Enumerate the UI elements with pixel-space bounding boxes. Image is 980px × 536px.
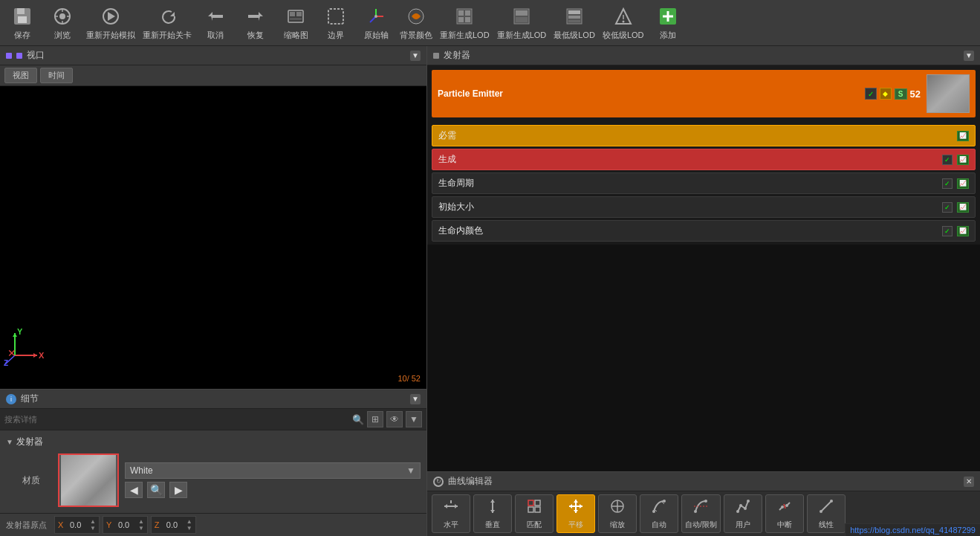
boundary-button[interactable]: 边界 (317, 1, 355, 45)
section-required-graph[interactable]: 📈 (957, 131, 969, 141)
detail-header: i 细节 ▼ (0, 390, 426, 409)
curve-horizontal-icon (443, 498, 459, 518)
add-icon (656, 4, 680, 28)
curve-match-button[interactable]: 匹配 (515, 494, 554, 533)
svg-text:✕: ✕ (7, 347, 16, 359)
svg-rect-32 (568, 20, 580, 22)
section-lifecycle[interactable]: 生命周期 ✓ 📈 (432, 172, 976, 194)
section-life-color[interactable]: 生命内颜色 ✓ 📈 (432, 220, 976, 242)
coord-x-arrows[interactable]: ▲▼ (90, 518, 96, 532)
section-lifecycle-check[interactable]: ✓ (942, 178, 953, 189)
curve-auto-button[interactable]: 自动 (640, 494, 678, 533)
svg-point-77 (744, 507, 747, 510)
emitter-options-icon[interactable]: ▼ (964, 51, 974, 61)
curve-editor-close-icon[interactable]: ✕ (964, 477, 974, 487)
bg-color-icon (404, 4, 428, 28)
svg-point-75 (736, 510, 739, 513)
section-generate-check[interactable]: ✓ (942, 155, 953, 165)
browse-icon (51, 4, 74, 28)
section-lifecycle-graph[interactable]: 📈 (957, 178, 969, 189)
material-dropdown[interactable]: White ▼ (125, 462, 421, 479)
material-search-button[interactable]: 🔍 (147, 482, 165, 498)
viewport-options-icon[interactable]: ▼ (410, 51, 421, 61)
emitter-section-header: ▼ 发射器 (0, 433, 426, 451)
thumbnail-button[interactable]: 缩略图 (276, 1, 315, 45)
restore-button[interactable]: 恢复 (236, 1, 275, 45)
coord-x-field: X 0.0 ▲▼ (54, 516, 100, 534)
min-lod-button[interactable]: 最低级LOD (551, 1, 598, 45)
detail-menu-button[interactable]: ▼ (406, 411, 422, 427)
svg-point-72 (694, 510, 697, 513)
curve-match-icon (526, 498, 542, 518)
regen-lod1-icon (452, 4, 476, 28)
section-initial-size-graph[interactable]: 📈 (957, 202, 969, 213)
bg-color-button[interactable]: 背景颜色 (397, 1, 435, 45)
card-name: Particle Emitter (438, 88, 859, 99)
viewport-panel-icon (6, 53, 12, 59)
detail-info-icon: i (6, 394, 16, 404)
restart-level-button[interactable]: 重新开始关卡 (140, 1, 195, 45)
svg-rect-22 (458, 10, 464, 16)
section-life-color-check[interactable]: ✓ (942, 226, 953, 236)
curve-editor-title: 曲线编辑器 (448, 475, 493, 488)
material-forward-button[interactable]: ▶ (169, 482, 187, 498)
add-button[interactable]: 添加 (649, 1, 687, 45)
eye-button[interactable]: 👁 (386, 411, 403, 427)
section-generate-graph[interactable]: 📈 (957, 155, 969, 165)
section-initial-size[interactable]: 初始大小 ✓ 📈 (432, 196, 976, 218)
material-row: 材质 White ▼ ◀ 🔍 ▶ (0, 451, 426, 510)
svg-marker-40 (33, 353, 37, 358)
coord-y-field: Y 0.0 ▲▼ (103, 516, 148, 534)
coord-z-field: Z 0.0 ▲▼ (151, 516, 196, 534)
curve-vertical-button[interactable]: 垂直 (473, 494, 512, 533)
curve-linear-button[interactable]: 线性 (807, 494, 846, 533)
curve-translate-button[interactable]: 平移 (556, 494, 595, 533)
section-generate[interactable]: 生成 ✓ 📈 (432, 149, 976, 170)
curve-editor-icon: ↻ (433, 477, 444, 487)
coord-y-arrows[interactable]: ▲▼ (138, 518, 144, 532)
tab-time[interactable]: 时间 (40, 68, 73, 83)
svg-point-78 (747, 500, 750, 503)
curve-linear-icon (818, 498, 834, 518)
material-back-button[interactable]: ◀ (125, 482, 143, 498)
detail-scroll: ▼ 发射器 材质 White ▼ (0, 430, 426, 513)
svg-line-81 (784, 504, 785, 508)
browse-button[interactable]: 浏览 (43, 1, 82, 45)
grid-view-button[interactable]: ⊞ (367, 411, 383, 427)
coord-z-arrows[interactable]: ▲▼ (186, 518, 192, 532)
origin-axis-button[interactable]: 原始轴 (357, 1, 395, 45)
section-required[interactable]: 必需 📈 (432, 125, 976, 146)
section-initial-size-check[interactable]: ✓ (942, 202, 953, 213)
curve-editor-header: ↻ 曲线编辑器 ✕ (427, 472, 980, 491)
curve-scale-button[interactable]: 缩放 (598, 494, 637, 533)
section-life-color-graph[interactable]: 📈 (957, 226, 969, 236)
svg-rect-56 (535, 500, 540, 506)
low-lod-button[interactable]: 较低级LOD (600, 1, 647, 45)
curve-break-button[interactable]: 中断 (765, 494, 804, 533)
left-panel: 视口 ▼ 视图 时间 X Y Z (0, 46, 427, 536)
curve-vertical-icon (484, 498, 501, 518)
detail-options-icon[interactable]: ▼ (410, 394, 421, 404)
tab-view[interactable]: 视图 (4, 68, 37, 83)
viewport-title: 视口 (27, 49, 45, 62)
toolbar: 保存 浏览 重新开始模拟 重新开始关卡 取消 恢复 (0, 0, 980, 46)
emitter-section-label: 发射器 (16, 436, 43, 448)
detail-title: 细节 (21, 393, 39, 405)
svg-marker-50 (455, 504, 458, 508)
cancel-button[interactable]: 取消 (196, 1, 235, 45)
restart-simulate-button[interactable]: 重新开始模拟 (83, 1, 138, 45)
card-checkboxes: ✓ ◆ S 52 (865, 88, 921, 100)
regen-lod1-button[interactable]: 重新生成LOD (437, 1, 493, 45)
card-checkbox1[interactable]: ✓ (865, 88, 877, 100)
regen-lod2-button[interactable]: 重新生成LOD (494, 1, 550, 45)
svg-rect-30 (568, 10, 580, 14)
svg-rect-15 (328, 9, 343, 24)
curve-horizontal-button[interactable]: 水平 (432, 494, 470, 533)
emitter-header-title: 发射器 (444, 49, 470, 62)
search-input[interactable] (4, 415, 349, 424)
card-checkbox-yellow[interactable]: ◆ (880, 88, 892, 100)
curve-user-button[interactable]: 用户 (724, 494, 762, 533)
curve-auto-limit-button[interactable]: 自动/限制 (681, 494, 721, 533)
search-icon[interactable]: 🔍 (352, 414, 364, 425)
save-button[interactable]: 保存 (3, 1, 42, 45)
